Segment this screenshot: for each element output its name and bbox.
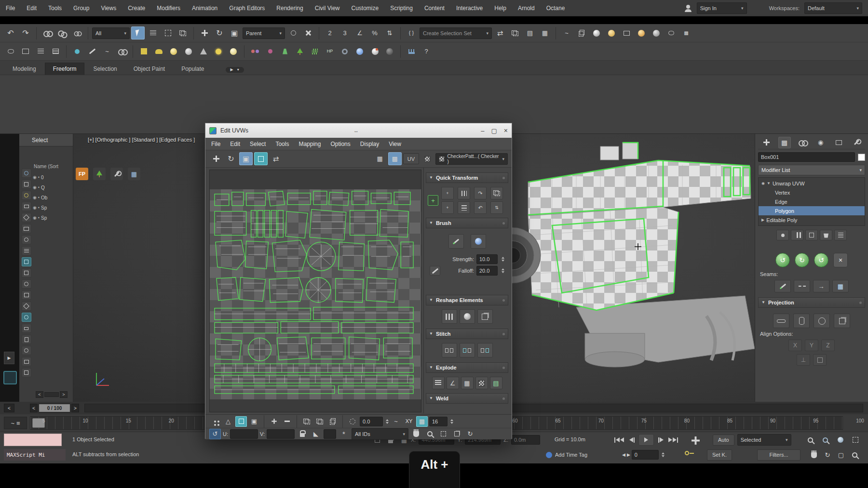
explorer-row[interactable]: ◉ • Sp <box>33 213 72 223</box>
freeze-icon[interactable]: * <box>338 429 350 439</box>
selection-filter-dropdown[interactable]: All ▾ <box>92 27 130 39</box>
display-tab-icon[interactable] <box>832 137 845 148</box>
filter-icon[interactable] <box>22 302 31 311</box>
expand-panel-button[interactable]: ▶ <box>4 352 14 364</box>
soft-selection-icon[interactable] <box>347 416 358 427</box>
chevron-right-icon[interactable]: ▶ <box>761 218 764 222</box>
stitch-custom-button[interactable] <box>442 343 457 357</box>
grid-tool-icon[interactable]: ▦ <box>128 168 140 180</box>
dialog-menu-item[interactable]: Options <box>330 141 350 147</box>
filter-icon[interactable] <box>22 213 31 222</box>
frame-spinner[interactable] <box>662 452 665 457</box>
ribbon-tab-freeform[interactable]: Freeform <box>45 63 85 75</box>
point-to-point-seam-button[interactable] <box>794 280 810 292</box>
plant-icon[interactable] <box>293 45 307 58</box>
fp-mode-button[interactable]: FP <box>76 168 88 180</box>
grid-size-field[interactable]: 16 <box>429 417 448 426</box>
flatten-custom-button[interactable]: ▤ <box>490 377 502 389</box>
mini-curve-editor-button[interactable]: ~ ≡ <box>4 417 27 429</box>
previous-frame-button[interactable] <box>626 434 637 446</box>
menu-item[interactable]: Animation <box>192 5 217 12</box>
rollout-header-reshape[interactable]: ▼ Reshape Elements <box>426 295 508 305</box>
strength-spinner[interactable] <box>502 257 504 262</box>
uv-space-button[interactable]: UV <box>403 153 419 164</box>
undo-button[interactable]: ↶ <box>4 26 17 40</box>
strength-field[interactable]: 10.0 <box>476 254 498 264</box>
cone-icon[interactable] <box>197 45 210 58</box>
frame-fwd-icon[interactable]: ▶ <box>627 453 630 457</box>
pager-track[interactable] <box>44 392 59 397</box>
rollout-header-quick-transform[interactable]: ▼ Quick Transform <box>426 172 508 183</box>
peel-mode-button[interactable]: ↻ <box>795 253 809 267</box>
zoom-region-icon[interactable] <box>849 435 861 446</box>
hp-physics-icon[interactable]: HP <box>323 45 337 58</box>
falloff-field[interactable]: 20.0 <box>476 266 498 276</box>
bend-icon[interactable] <box>85 45 99 58</box>
named-selection-set-dropdown[interactable]: Create Selection Set ▾ <box>420 27 492 39</box>
modify-tab-icon[interactable]: ▩ <box>778 137 791 148</box>
maximize-button[interactable]: ▢ <box>491 127 497 134</box>
relax-tool-button[interactable] <box>477 309 493 324</box>
eye-icon[interactable]: ◉ <box>33 175 37 180</box>
rendered-frame-window-button[interactable] <box>620 26 633 40</box>
explorer-row[interactable]: ◉ • Q <box>33 183 72 193</box>
flatten-checker-button[interactable] <box>475 377 488 389</box>
pelt-map-button[interactable]: ↺ <box>814 253 828 267</box>
render-setup-button[interactable] <box>605 26 618 40</box>
menu-item[interactable]: Civil View <box>315 5 340 12</box>
flask-icon[interactable] <box>278 45 292 58</box>
flatten-mapping-button[interactable]: ▦ <box>461 377 474 389</box>
eye-icon[interactable]: ◉ <box>33 196 37 200</box>
rotate-ccw-button[interactable]: ↶ <box>474 201 487 214</box>
render-production-button[interactable] <box>635 26 648 40</box>
auto-key-button[interactable]: Auto <box>713 435 734 446</box>
shrink-selection-icon[interactable] <box>281 416 293 427</box>
set-keys-button[interactable] <box>689 434 702 447</box>
ribbon-tab-object-paint[interactable]: Object Paint <box>126 63 173 75</box>
zoom-extents-icon[interactable] <box>834 435 846 446</box>
scale-button[interactable]: ▣ <box>228 26 241 40</box>
close-button[interactable]: × <box>504 127 508 134</box>
add-transform-button[interactable]: + <box>428 195 438 206</box>
zoom-to-gizmo-icon[interactable]: ↻ <box>464 429 476 439</box>
stack-item-unwrap-uvw[interactable]: ◉ ▼ Unwrap UVW <box>759 179 865 188</box>
table-icon[interactable] <box>49 45 62 58</box>
filter-icon[interactable] <box>22 202 31 211</box>
key-icon[interactable] <box>685 451 689 455</box>
current-frame-field[interactable]: 0 <box>632 450 659 460</box>
filter-icon[interactable] <box>22 368 31 377</box>
move-button[interactable] <box>198 26 211 40</box>
pan-hand-icon[interactable] <box>808 449 820 461</box>
bind-to-space-warp-icon[interactable] <box>70 26 84 40</box>
chart-icon[interactable] <box>405 45 418 58</box>
menu-item[interactable]: Help <box>494 5 506 12</box>
rollout-header-projection[interactable]: ▼ Projection <box>758 297 865 308</box>
zoom-all-icon[interactable] <box>819 435 831 446</box>
reset-peel-button[interactable]: × <box>833 253 848 267</box>
molecule-icon[interactable] <box>263 45 277 58</box>
edge-mode-icon[interactable]: △ <box>222 416 234 427</box>
help-icon[interactable]: ? <box>420 45 433 58</box>
menu-item[interactable]: Tools <box>48 5 62 12</box>
pin-icon[interactable] <box>70 45 84 58</box>
flatten-by-angle-button[interactable]: ∠ <box>447 377 459 389</box>
menu-item[interactable]: Create <box>128 5 145 12</box>
menu-item[interactable]: Edit <box>27 5 37 12</box>
quick-peel-button[interactable]: ↺ <box>775 253 790 267</box>
select-manipulate-button[interactable] <box>301 26 315 40</box>
filter-faces-icon[interactable]: ◣ <box>310 429 322 439</box>
eye-icon[interactable]: ◉ <box>33 216 37 220</box>
menu-item[interactable]: Octane <box>546 5 565 12</box>
select-and-link-icon[interactable] <box>41 26 54 40</box>
grid-snap-icon[interactable]: ▩ <box>416 416 428 427</box>
key-filters-button[interactable]: Filters... <box>757 449 800 461</box>
show-end-result-button[interactable] <box>791 230 803 240</box>
go-to-end-button[interactable] <box>667 434 679 446</box>
element-mode-icon[interactable]: ▣ <box>248 416 260 427</box>
remove-modifier-button[interactable] <box>820 230 832 240</box>
filter-icon[interactable] <box>22 268 31 277</box>
eye-icon[interactable]: ◉ <box>33 206 37 210</box>
filter-icon[interactable] <box>22 191 31 200</box>
sun-icon[interactable] <box>212 45 225 58</box>
open-in-viewport-button[interactable]: ▩ <box>679 26 693 40</box>
